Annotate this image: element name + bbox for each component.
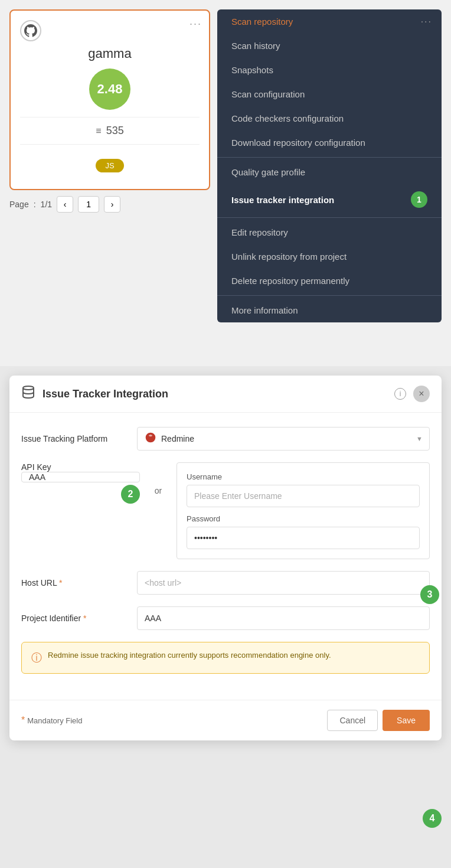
api-key-label: API Key: [21, 462, 140, 472]
menu-item-quality-gate[interactable]: Quality gate profile: [217, 160, 442, 184]
page-label: Page: [9, 200, 29, 209]
modal: Issue Tracker Integration i × Issue Trac…: [9, 376, 442, 740]
platform-row: Issue Tracking Platform Redmine: [21, 427, 430, 451]
menu-item-more-info[interactable]: More information: [217, 298, 442, 322]
menu-item-code-checkers[interactable]: Code checkers configuration: [217, 106, 442, 130]
save-button[interactable]: Save: [383, 710, 430, 731]
password-label: Password: [187, 514, 420, 523]
project-identifier-row: Project Identifier: [21, 606, 430, 630]
step-badge-4: 4: [423, 809, 442, 828]
svg-point-0: [23, 386, 34, 390]
platform-select[interactable]: Redmine: [137, 427, 430, 451]
divider-1: [20, 117, 200, 118]
card-dots-menu[interactable]: ···: [189, 18, 202, 30]
svg-point-1: [146, 433, 156, 443]
warning-icon: ⓘ: [31, 651, 42, 665]
api-key-input[interactable]: [21, 472, 140, 482]
host-url-wrapper: 3: [137, 571, 430, 595]
page-range: 1/1: [41, 200, 52, 209]
menu-item-scan-config[interactable]: Scan configuration: [217, 82, 442, 106]
repo-name: gamma: [20, 46, 200, 61]
redmine-icon: [145, 432, 156, 446]
tracker-icon: [21, 385, 35, 403]
next-page-btn[interactable]: ›: [104, 196, 120, 213]
project-identifier-input[interactable]: [137, 606, 430, 630]
modal-body: Issue Tracking Platform Redmine API: [9, 413, 442, 700]
top-section: ··· gamma 2.48 ≡ 535 JS: [0, 0, 451, 366]
dropdown-dots-menu[interactable]: ···: [421, 17, 432, 27]
card-bottom: JS: [20, 152, 200, 180]
cancel-button[interactable]: Cancel: [327, 710, 378, 731]
menu-item-download-config[interactable]: Download repository configuration: [217, 130, 442, 155]
credentials-panel: Username Password: [177, 462, 430, 559]
issue-count: ≡ 535: [20, 125, 200, 137]
menu-item-edit-repo[interactable]: Edit repository: [217, 220, 442, 244]
score-circle: 2.48: [89, 68, 130, 110]
footer-buttons: Cancel Save: [327, 710, 430, 731]
menu-item-delete-repo[interactable]: Delete repository permanently: [217, 269, 442, 293]
dropdown-divider-3: [217, 295, 442, 296]
issue-tracker-label: Issue tracker integration: [231, 195, 334, 205]
close-button[interactable]: ×: [413, 386, 430, 402]
username-label: Username: [187, 472, 420, 481]
warning-banner: ⓘ Redmine issue tracking integration cur…: [21, 642, 430, 674]
host-url-label: Host URL: [21, 578, 128, 588]
dropdown-divider-1: [217, 157, 442, 158]
menu-item-scan-repo[interactable]: Scan repository: [217, 9, 442, 34]
password-input[interactable]: [187, 527, 420, 549]
step-badge-3: 3: [420, 585, 439, 604]
issue-count-value: 535: [106, 125, 124, 137]
host-url-row: Host URL 3: [21, 571, 430, 595]
dropdown-divider-2: [217, 217, 442, 218]
mandatory-label: * Mandatory Field: [21, 715, 82, 726]
menu-item-unlink-repo[interactable]: Unlink repository from project: [217, 244, 442, 269]
prev-page-btn[interactable]: ‹: [57, 196, 73, 213]
repo-card: ··· gamma 2.48 ≡ 535 JS: [9, 9, 210, 190]
info-icon[interactable]: i: [394, 388, 406, 400]
divider-2: [20, 144, 200, 145]
credentials-row: API Key 2 or Username Password: [21, 462, 430, 559]
mandatory-star: *: [21, 715, 25, 726]
modal-title: Issue Tracker Integration: [43, 388, 387, 400]
project-identifier-label: Project Identifier: [21, 614, 128, 623]
issue-tracker-badge: 1: [411, 191, 427, 208]
menu-item-snapshots[interactable]: Snapshots: [217, 58, 442, 82]
lang-badge: JS: [96, 159, 123, 172]
host-url-input[interactable]: [137, 571, 430, 595]
mandatory-text: Mandatory Field: [27, 716, 82, 725]
page-number-input[interactable]: [78, 196, 99, 213]
warning-text: Redmine issue tracking integration curre…: [48, 651, 331, 660]
or-separator: or: [149, 462, 167, 495]
menu-item-issue-tracker[interactable]: Issue tracker integration 1: [217, 184, 442, 215]
menu-item-scan-history[interactable]: Scan history: [217, 34, 442, 58]
api-key-section: API Key 2: [21, 462, 140, 504]
modal-footer: * Mandatory Field Cancel Save 4: [9, 700, 442, 740]
platform-select-wrapper[interactable]: Redmine: [137, 427, 430, 451]
username-input[interactable]: [187, 485, 420, 507]
platform-value: Redmine: [161, 434, 194, 443]
github-icon: [20, 20, 41, 41]
modal-header: Issue Tracker Integration i ×: [9, 376, 442, 413]
dropdown-menu: ··· Scan repository Scan history Snapsho…: [217, 9, 442, 322]
platform-label: Issue Tracking Platform: [21, 434, 128, 443]
step-badge-2: 2: [121, 485, 140, 504]
hamburger-icon: ≡: [96, 126, 101, 136]
page-sep: :: [34, 200, 36, 209]
